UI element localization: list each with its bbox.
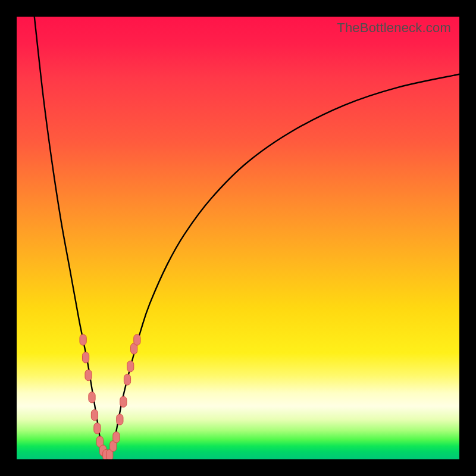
curve-marker bbox=[134, 334, 140, 345]
curve-marker bbox=[89, 392, 95, 403]
curve-layer bbox=[35, 17, 459, 457]
curve-marker bbox=[85, 370, 92, 381]
plot-area: TheBottleneck.com bbox=[17, 17, 459, 459]
curve-marker bbox=[113, 432, 120, 443]
curve-marker bbox=[82, 352, 89, 363]
curve-marker bbox=[124, 374, 130, 385]
chart-frame: TheBottleneck.com bbox=[0, 0, 476, 476]
chart-svg bbox=[17, 17, 459, 459]
marker-layer bbox=[80, 334, 140, 459]
curve-marker bbox=[80, 334, 86, 345]
curve-marker bbox=[120, 396, 127, 407]
curve-marker bbox=[94, 423, 101, 434]
curve-marker bbox=[127, 361, 134, 372]
curve-marker bbox=[91, 410, 98, 421]
watermark-text: TheBottleneck.com bbox=[337, 20, 451, 36]
curve-marker bbox=[117, 414, 123, 425]
bottleneck-curve bbox=[35, 17, 459, 457]
